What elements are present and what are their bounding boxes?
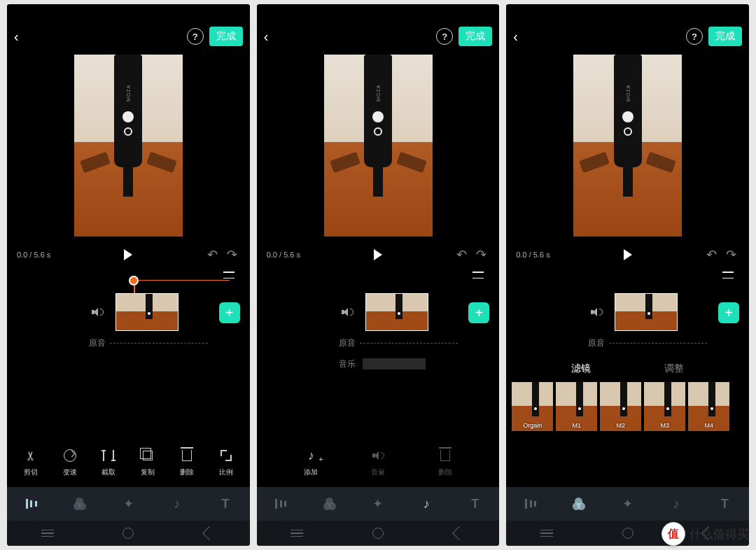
help-icon[interactable]: ? bbox=[686, 28, 703, 45]
tab-music[interactable]: ♪ bbox=[411, 488, 442, 519]
back-button[interactable]: ‹ bbox=[513, 29, 534, 45]
done-button[interactable]: 完成 bbox=[209, 27, 243, 46]
tool-cut[interactable]: 剪切 bbox=[13, 448, 48, 477]
tool-volume[interactable]: 音量 bbox=[360, 448, 396, 477]
volume-icon[interactable] bbox=[15, 306, 110, 318]
statusbar bbox=[506, 4, 749, 21]
play-button[interactable] bbox=[624, 249, 632, 260]
time-display: 0.0 / 5.6 s bbox=[267, 251, 300, 259]
nav-recent[interactable] bbox=[283, 526, 311, 540]
nav-home[interactable] bbox=[114, 526, 142, 540]
time-display: 0.0 / 5.6 s bbox=[17, 251, 50, 259]
tab-edit[interactable] bbox=[16, 488, 47, 519]
tab-filter[interactable] bbox=[564, 488, 594, 519]
nav-recent[interactable] bbox=[34, 526, 62, 540]
tool-ratio[interactable]: 比例 bbox=[209, 448, 244, 477]
nav-back[interactable] bbox=[445, 526, 473, 540]
original-audio-label: 原音 bbox=[265, 337, 360, 349]
tab-effects[interactable]: ✦ bbox=[612, 488, 643, 519]
done-button[interactable]: 完成 bbox=[708, 27, 742, 46]
timeline[interactable]: + 原音 bbox=[506, 287, 749, 355]
adjust-icon bbox=[26, 499, 37, 509]
tab-music[interactable]: ♪ bbox=[162, 488, 192, 519]
filter-item[interactable]: M1 bbox=[556, 382, 597, 431]
back-button[interactable]: ‹ bbox=[14, 29, 35, 45]
help-icon[interactable]: ? bbox=[436, 28, 453, 45]
tool-speed[interactable]: 变速 bbox=[52, 448, 88, 477]
filter-item[interactable]: M2 bbox=[600, 382, 641, 431]
video-clip[interactable] bbox=[615, 293, 678, 331]
tab-effects[interactable]: ✦ bbox=[363, 488, 393, 519]
video-preview[interactable]: MOZA bbox=[257, 52, 500, 239]
audio-track-placeholder[interactable] bbox=[110, 343, 208, 344]
timeline[interactable]: + 原音 音乐 bbox=[257, 287, 500, 376]
volume-icon[interactable] bbox=[265, 306, 360, 318]
subtab-filter[interactable]: 滤镜 bbox=[571, 362, 591, 375]
swap-icon[interactable] bbox=[472, 270, 485, 280]
done-button[interactable]: 完成 bbox=[458, 27, 492, 46]
tool-crop[interactable]: 截取 bbox=[91, 448, 126, 477]
tab-edit[interactable] bbox=[265, 488, 296, 519]
filter-icon bbox=[323, 498, 336, 510]
tab-filter[interactable] bbox=[314, 488, 345, 519]
statusbar bbox=[7, 4, 250, 21]
filter-item[interactable]: M4 bbox=[688, 382, 729, 431]
play-button[interactable] bbox=[124, 249, 132, 260]
add-clip-button[interactable]: + bbox=[219, 302, 240, 323]
tab-filter[interactable] bbox=[64, 488, 95, 519]
tab-music[interactable]: ♪ bbox=[661, 488, 692, 519]
audio-track-placeholder[interactable] bbox=[360, 343, 458, 344]
video-clip[interactable] bbox=[365, 293, 428, 331]
playhead-marker[interactable] bbox=[129, 276, 139, 285]
edit-tools: 剪切 变速 截取 复制 删除 比例 bbox=[7, 441, 250, 487]
video-preview[interactable]: MOZA bbox=[7, 52, 250, 239]
tool-copy[interactable]: 复制 bbox=[130, 448, 165, 477]
tab-edit[interactable] bbox=[515, 488, 546, 519]
tab-text[interactable]: T bbox=[210, 488, 241, 519]
nav-home[interactable] bbox=[364, 526, 392, 540]
filter-subtabs: 滤镜 调整 bbox=[506, 355, 749, 382]
scissors-icon bbox=[23, 448, 38, 463]
tab-text[interactable]: T bbox=[460, 488, 491, 519]
audio-track-placeholder[interactable] bbox=[609, 343, 707, 344]
music-track-placeholder[interactable] bbox=[363, 358, 426, 369]
tab-effects[interactable]: ✦ bbox=[113, 488, 144, 519]
ratio-icon bbox=[220, 450, 232, 461]
tool-delete-music[interactable]: 删除 bbox=[428, 448, 463, 477]
add-clip-button[interactable]: + bbox=[718, 302, 739, 323]
help-icon[interactable]: ? bbox=[187, 28, 204, 45]
volume-icon bbox=[372, 450, 384, 461]
nav-home[interactable] bbox=[614, 526, 642, 540]
nav-back[interactable] bbox=[195, 526, 223, 540]
adjust-icon bbox=[525, 499, 536, 509]
timeline[interactable]: + 原音 bbox=[7, 287, 250, 355]
undo-button[interactable]: ↶ bbox=[207, 247, 218, 262]
tool-delete[interactable]: 删除 bbox=[169, 448, 204, 477]
add-clip-button[interactable]: + bbox=[468, 302, 489, 323]
original-audio-label: 原音 bbox=[514, 337, 609, 349]
redo-button[interactable]: ↷ bbox=[476, 247, 486, 262]
undo-button[interactable]: ↶ bbox=[706, 247, 717, 262]
watermark-text: 什么值得买 bbox=[690, 526, 749, 542]
play-button[interactable] bbox=[374, 249, 382, 260]
nav-recent[interactable] bbox=[533, 526, 561, 540]
filter-list[interactable]: Orgain M1 M2 M3 M4 bbox=[506, 382, 749, 431]
subtab-adjust[interactable]: 调整 bbox=[664, 362, 684, 375]
redo-button[interactable]: ↷ bbox=[726, 247, 736, 262]
back-button[interactable]: ‹ bbox=[264, 29, 285, 45]
tool-add-music[interactable]: ♪添加 bbox=[293, 448, 328, 477]
redo-button[interactable]: ↷ bbox=[227, 247, 237, 262]
video-preview[interactable]: MOZA bbox=[506, 52, 749, 239]
topbar: ‹ ? 完成 bbox=[506, 21, 749, 52]
filter-item[interactable]: Orgain bbox=[512, 382, 553, 431]
filter-item[interactable]: M3 bbox=[644, 382, 685, 431]
swap-icon[interactable] bbox=[223, 270, 236, 280]
tab-text[interactable]: T bbox=[709, 488, 740, 519]
volume-icon[interactable] bbox=[514, 306, 609, 318]
swap-icon[interactable] bbox=[722, 270, 735, 280]
screen-filters: ‹ ? 完成 MOZA 0.0 / 5.6 s ↶ ↷ + bbox=[506, 4, 749, 546]
time-display: 0.0 / 5.6 s bbox=[516, 251, 550, 259]
undo-button[interactable]: ↶ bbox=[456, 247, 467, 262]
text-icon: T bbox=[221, 497, 229, 512]
video-clip[interactable] bbox=[115, 293, 178, 331]
